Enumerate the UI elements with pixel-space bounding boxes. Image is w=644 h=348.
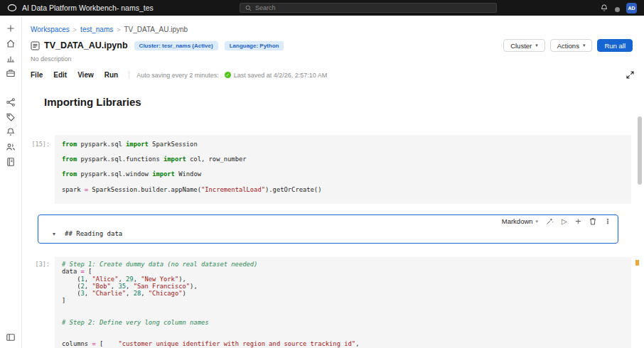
notebook-file-icon: [31, 41, 40, 50]
markdown-source[interactable]: ## Reading data: [65, 230, 122, 237]
run-all-button[interactable]: Run all: [597, 39, 633, 52]
menubar-divider: [129, 71, 129, 79]
header-buttons: Cluster ▾ Actions ▾ Run all: [503, 39, 633, 52]
cluster-button[interactable]: Cluster ▾: [503, 39, 545, 52]
topbar-actions: AD: [600, 3, 637, 13]
add-cell-icon[interactable]: +: [575, 217, 581, 225]
code-cell: [15]: from pyspark.sql import SparkSessi…: [30, 135, 631, 204]
menu-item-file[interactable]: File: [31, 71, 43, 79]
panel-icon: [6, 332, 16, 342]
caret-down-icon: ▾: [536, 219, 539, 224]
sidebar: [0, 16, 22, 348]
cell-toolbar: Markdown ▾ ▷ + ⋮: [502, 217, 611, 225]
saved-check-icon: ✓: [225, 72, 231, 78]
bar-chart-icon: [6, 53, 16, 63]
actions-button[interactable]: Actions ▾: [550, 39, 593, 52]
last-saved-text: Last saved at 4/2/26, 2:57:10 AM: [234, 72, 328, 79]
sidebar-item-tags[interactable]: [3, 109, 18, 124]
tag-icon: [6, 112, 16, 122]
sidebar-item-panel[interactable]: [3, 330, 18, 344]
scroll-marker: [635, 260, 639, 266]
notebook-header: TV_DATA_AU.ipynb Cluster: tesr_nams (Act…: [22, 33, 644, 52]
share-icon: [6, 97, 16, 107]
app-logo-icon: [7, 4, 17, 12]
sidebar-item-add[interactable]: [3, 21, 18, 36]
notifications-icon[interactable]: [600, 4, 608, 12]
sidebar-item-notebooks[interactable]: [3, 154, 18, 169]
sidebar-item-dashboards[interactable]: [3, 50, 18, 65]
bell-icon: [6, 127, 16, 137]
breadcrumb-separator: >: [117, 26, 120, 33]
notebook-heading: Importing Libraries: [44, 96, 644, 108]
cluster-badge: Cluster: tesr_nams (Active): [134, 41, 218, 50]
breadcrumb: Workspaces > test_nams > TV_DATA_AU.ipyn…: [22, 16, 644, 33]
run-cell-icon[interactable]: ▷: [562, 218, 567, 225]
menu-item-run[interactable]: Run: [104, 71, 118, 79]
users-icon: [6, 142, 16, 152]
cell-type-dropdown[interactable]: Markdown ▾: [502, 217, 538, 225]
sidebar-item-share[interactable]: [3, 94, 18, 109]
caret-down-icon: ▾: [535, 43, 538, 48]
execution-count: [3]:: [30, 257, 55, 348]
home-icon: [6, 38, 16, 48]
breadcrumb-item-notebook: TV_DATA_AU.ipynb: [124, 26, 188, 33]
code-editor[interactable]: # Step 1: Create dummy data (no real dat…: [55, 257, 631, 348]
sidebar-item-notifications[interactable]: [3, 124, 18, 139]
more-options-icon[interactable]: ⋮: [604, 218, 611, 225]
markdown-editor: ▾ ## Reading data: [53, 230, 122, 237]
sidebar-item-projects[interactable]: [3, 65, 18, 80]
notebook-icon: [6, 157, 16, 167]
menu-item-edit[interactable]: Edit: [53, 71, 67, 79]
main-content: Workspaces > test_nams > TV_DATA_AU.ipyn…: [22, 16, 644, 348]
sidebar-item-home[interactable]: [3, 36, 18, 50]
menu-item-view[interactable]: View: [77, 71, 94, 79]
autosave-status: Auto saving every 2 minutes:: [136, 72, 219, 79]
execution-count: [15]:: [30, 135, 55, 204]
sidebar-item-users[interactable]: [3, 139, 18, 154]
global-search-input[interactable]: Search: [240, 3, 497, 13]
briefcase-icon: [6, 68, 16, 78]
code-editor[interactable]: from pyspark.sql import SparkSession fro…: [55, 135, 631, 204]
language-badge: Language: Python: [225, 41, 284, 50]
user-avatar[interactable]: AD: [626, 3, 637, 13]
breadcrumb-item-workspaces[interactable]: Workspaces: [31, 26, 70, 33]
scrollbar-thumb[interactable]: [638, 116, 642, 185]
delete-cell-icon[interactable]: [589, 217, 596, 225]
collapse-icon[interactable]: ▾: [53, 231, 55, 237]
app-title: AI Data Platform Workbench- nams_tes: [22, 4, 154, 12]
menubar: File Edit View Run Auto saving every 2 m…: [22, 62, 644, 79]
search-placeholder: Search: [255, 4, 276, 11]
markdown-cell[interactable]: Markdown ▾ ▷ + ⋮ ▾ ## Reading data: [38, 214, 618, 244]
expand-icon[interactable]: [626, 71, 637, 79]
code-cell: [3]: # Step 1: Create dummy data (no rea…: [30, 257, 631, 348]
cell-list: [15]: from pyspark.sql import SparkSessi…: [22, 135, 644, 348]
caret-down-icon: ▾: [583, 43, 586, 48]
format-icon[interactable]: [546, 217, 554, 225]
status-dot: [615, 7, 620, 12]
breadcrumb-separator: >: [73, 26, 77, 33]
breadcrumb-item-workspace-name[interactable]: test_nams: [80, 26, 113, 33]
page-title: TV_DATA_AU.ipynb: [44, 40, 128, 50]
search-icon: [245, 5, 252, 11]
plus-icon: [6, 23, 16, 33]
notebook-description: No description: [22, 52, 644, 62]
topbar: AI Data Platform Workbench- nams_tes Sea…: [0, 0, 644, 16]
